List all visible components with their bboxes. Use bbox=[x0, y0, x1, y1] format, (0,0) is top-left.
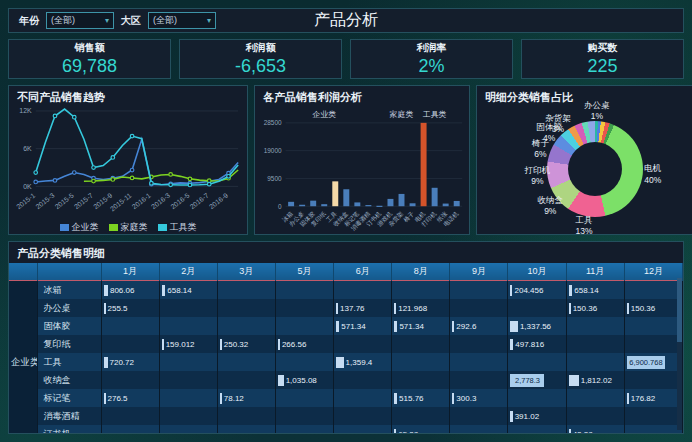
table-cell: 255.5 bbox=[101, 299, 159, 317]
svg-text:12K: 12K bbox=[19, 107, 32, 114]
svg-text:企业类: 企业类 bbox=[312, 110, 336, 119]
cell-value: 571.34 bbox=[399, 322, 423, 331]
kpi-value: 69,788 bbox=[62, 56, 117, 77]
cell-value: 1,035.08 bbox=[286, 376, 317, 385]
table-cell bbox=[566, 335, 624, 353]
table-cell bbox=[450, 353, 508, 371]
table-cell: 78.12 bbox=[217, 389, 275, 407]
cell-value: 150.36 bbox=[573, 304, 597, 313]
svg-text:0K: 0K bbox=[23, 183, 32, 190]
kpi-card-purchases: 购买数 225 bbox=[521, 39, 684, 79]
table-cell bbox=[275, 353, 333, 371]
table-cell: 250.32 bbox=[217, 335, 275, 353]
table-cell: 2,778.3 bbox=[508, 371, 566, 389]
table-cell bbox=[392, 371, 450, 389]
legend-item-工具类[interactable]: 工具类 bbox=[158, 221, 197, 234]
table-cell bbox=[101, 371, 159, 389]
kpi-label: 利润额 bbox=[246, 41, 276, 55]
cell-value: 391.02 bbox=[515, 412, 539, 421]
trend-line-chart: 0K6K12K2015-12015-32015-52015-72015-9201… bbox=[9, 105, 245, 220]
kpi-label: 利润率 bbox=[417, 41, 447, 55]
value-bar bbox=[452, 393, 454, 404]
table-cell bbox=[508, 425, 566, 434]
table-cell bbox=[217, 299, 275, 317]
value-bar bbox=[569, 285, 573, 296]
value-bar bbox=[104, 285, 108, 296]
svg-text:椅子: 椅子 bbox=[402, 210, 415, 223]
kpi-label: 销售额 bbox=[75, 41, 105, 55]
month-header: 10月 bbox=[508, 263, 566, 281]
value-bar bbox=[510, 321, 517, 332]
region-select[interactable]: (全部) ▾ bbox=[148, 12, 216, 29]
table-cell: 65.38 bbox=[392, 425, 450, 434]
region-filter-label: 大区 bbox=[121, 14, 141, 28]
value-bar bbox=[278, 375, 284, 386]
year-select[interactable]: (全部) ▾ bbox=[46, 12, 114, 29]
table-cell bbox=[101, 317, 159, 335]
table-cell bbox=[217, 317, 275, 335]
header-spacer bbox=[37, 263, 101, 281]
table-row: 标记笔276.578.12515.76300.3176.82 bbox=[9, 389, 683, 407]
cell-value: 266.56 bbox=[282, 340, 306, 349]
cell-value: 250.32 bbox=[224, 340, 248, 349]
table-row: 订书机65.3842.28 bbox=[9, 425, 683, 434]
year-filter-label: 年份 bbox=[19, 14, 39, 28]
cell-value: 515.76 bbox=[399, 394, 423, 403]
svg-text:2016-7: 2016-7 bbox=[188, 191, 209, 210]
value-bar bbox=[336, 321, 339, 332]
table-cell bbox=[508, 299, 566, 317]
legend-item-家庭类[interactable]: 家庭类 bbox=[109, 221, 148, 234]
table-cell bbox=[566, 353, 624, 371]
scrollbar-thumb[interactable] bbox=[677, 278, 682, 342]
value-bar bbox=[104, 303, 106, 314]
cell-value: 806.06 bbox=[110, 286, 134, 295]
table-cell: 150.36 bbox=[624, 299, 682, 317]
table-cell bbox=[392, 281, 450, 300]
table-cell bbox=[508, 389, 566, 407]
table-row: 消毒酒精391.02 bbox=[9, 407, 683, 425]
donut-hole bbox=[568, 142, 622, 196]
table-scrollbar[interactable] bbox=[677, 278, 682, 430]
table-cell bbox=[159, 425, 217, 434]
table-cell bbox=[275, 317, 333, 335]
table-cell bbox=[159, 353, 217, 371]
kpi-value: -6,653 bbox=[235, 56, 286, 77]
cell-value: 720.72 bbox=[110, 358, 134, 367]
svg-text:19000: 19000 bbox=[264, 147, 282, 154]
chevron-down-icon: ▾ bbox=[207, 17, 211, 25]
table-cell bbox=[334, 371, 392, 389]
svg-text:2016-5: 2016-5 bbox=[169, 191, 190, 210]
kpi-card-profit: 利润额 -6,653 bbox=[179, 39, 342, 79]
table-cell bbox=[624, 371, 682, 389]
chevron-down-icon: ▾ bbox=[105, 17, 109, 25]
group-label: 企业类 bbox=[9, 281, 37, 435]
trend-panel: 不同产品销售趋势 0K6K12K2015-12015-32015-52015-7… bbox=[8, 85, 248, 235]
cell-value: 204.456 bbox=[514, 286, 543, 295]
share-donut-chart: 办公桌1%电机40%工具13%收纳盒9%打印机9%椅子6%固体胶4%杂货架3% bbox=[477, 105, 692, 234]
table-cell: 42.28 bbox=[566, 425, 624, 434]
table-cell: 1,337.56 bbox=[508, 317, 566, 335]
table-cell bbox=[275, 389, 333, 407]
value-bar bbox=[162, 285, 166, 296]
table-cell bbox=[392, 353, 450, 371]
value-bar bbox=[569, 303, 571, 314]
value-bar bbox=[627, 303, 629, 314]
value-bar bbox=[278, 339, 280, 350]
table-row: 办公桌255.5137.76121.968150.36150.36 bbox=[9, 299, 683, 317]
table-row: 企业类冰箱806.06658.14204.456658.14 bbox=[9, 281, 683, 300]
pie-label-办公桌: 办公桌1% bbox=[584, 100, 610, 122]
filter-bar: 年份 (全部) ▾ 大区 (全部) ▾ 产品分析 bbox=[8, 8, 684, 33]
month-header: 6月 bbox=[334, 263, 392, 281]
table-cell bbox=[392, 407, 450, 425]
table-cell bbox=[159, 407, 217, 425]
table-cell bbox=[450, 299, 508, 317]
legend-item-企业类[interactable]: 企业类 bbox=[60, 221, 99, 234]
table-cell: 658.14 bbox=[159, 281, 217, 300]
table-cell: 150.36 bbox=[566, 299, 624, 317]
table-cell: 300.3 bbox=[450, 389, 508, 407]
table-cell: 497.816 bbox=[508, 335, 566, 353]
value-bar bbox=[162, 339, 164, 350]
profit-bar-chart: 095001900028500冰箱办公桌固体胶复印纸工具收纳盒标记笔消毒酒精订书… bbox=[255, 105, 469, 234]
cell-value: 1,359.4 bbox=[346, 358, 373, 367]
month-header: 8月 bbox=[392, 263, 450, 281]
